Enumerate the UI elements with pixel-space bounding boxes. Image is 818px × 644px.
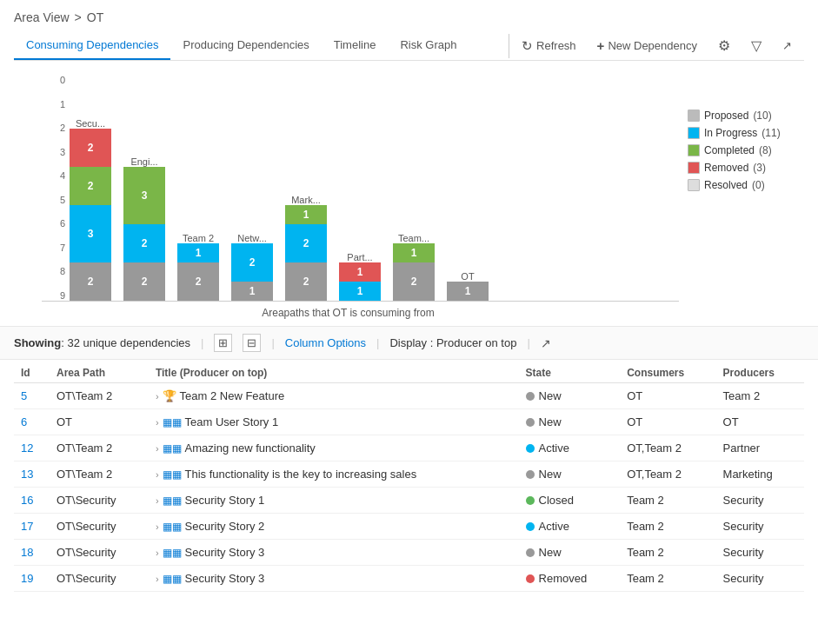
- bar-x-label: Engi...: [130, 156, 157, 167]
- cell-id: 17: [14, 514, 50, 540]
- state-text: Removed: [539, 572, 588, 585]
- refresh-label: Refresh: [536, 39, 576, 52]
- table-header-row: Id Area Path Title (Producer on top) Sta…: [14, 360, 804, 383]
- story-icon: ▦▦: [163, 573, 182, 585]
- cell-producers: Security: [716, 514, 804, 540]
- state-text: Active: [539, 442, 569, 455]
- bar-segment: 2: [177, 262, 219, 301]
- id-link[interactable]: 19: [21, 572, 33, 585]
- breadcrumb-parent[interactable]: Area View: [14, 10, 70, 24]
- bar-group[interactable]: 221Mark...: [283, 191, 329, 301]
- filter-icon[interactable]: ▽: [746, 34, 767, 57]
- settings-icon[interactable]: ⚙: [713, 34, 735, 57]
- cell-area-path: OT\Security: [50, 540, 149, 566]
- chart-area: 9 8 7 6 5 4 3 2 1 0 2322Secu...223Engi..…: [17, 75, 679, 319]
- story-icon: ▦▦: [163, 495, 182, 507]
- expand-chevron[interactable]: ›: [156, 548, 159, 558]
- expand-chevron[interactable]: ›: [156, 443, 159, 454]
- nav-actions: ↻ Refresh + New Dependency ⚙ ▽ ↗: [516, 34, 804, 57]
- expand-chevron[interactable]: ›: [156, 495, 159, 506]
- nav-bar: Consuming Dependencies Producing Depende…: [14, 31, 804, 61]
- cell-producers: Partner: [716, 435, 804, 461]
- story-icon: ▦▦: [163, 547, 182, 559]
- bar-group[interactable]: 11Part...: [337, 249, 382, 301]
- bar-segment: 1: [285, 205, 327, 224]
- trophy-icon: 🏆: [163, 389, 176, 402]
- state-dot: [526, 496, 535, 505]
- expand-icon[interactable]: ↗: [777, 36, 797, 56]
- expand-rows-button[interactable]: ⊞: [214, 334, 232, 352]
- bar-group[interactable]: 2322Secu...: [68, 115, 113, 301]
- cell-consumers: Team 2: [620, 488, 715, 514]
- tab-timeline[interactable]: Timeline: [322, 31, 389, 60]
- refresh-button[interactable]: ↻ Refresh: [516, 35, 582, 57]
- cell-state: New: [519, 461, 621, 488]
- bar-group[interactable]: 1OT: [445, 268, 490, 301]
- expand-chevron[interactable]: ›: [156, 574, 159, 584]
- fullscreen-icon[interactable]: ↗: [541, 336, 551, 350]
- bar-group[interactable]: 21Team...: [391, 229, 436, 301]
- title-text: Security Story 1: [185, 494, 265, 507]
- divider-3: |: [376, 336, 379, 349]
- chart-legend: Proposed (10)In Progress (11)Completed (…: [679, 75, 801, 319]
- cell-area-path: OT\Security: [50, 566, 149, 592]
- legend-swatch: [688, 144, 700, 156]
- chart-container: 9 8 7 6 5 4 3 2 1 0 2322Secu...223Engi..…: [43, 75, 679, 301]
- y-label-4: 4: [43, 170, 65, 181]
- cell-state: New: [519, 540, 621, 566]
- table-body: 5 OT\Team 2 › 🏆 Team 2 New Feature New O…: [14, 383, 804, 592]
- divider-1: |: [201, 336, 203, 349]
- cell-title: › ▦▦ Amazing new functionality: [149, 435, 519, 461]
- id-link[interactable]: 13: [21, 468, 33, 481]
- state-text: Active: [539, 520, 569, 533]
- cell-consumers: OT,Team 2: [620, 435, 715, 461]
- title-text: This functionality is the key to increas…: [185, 468, 417, 481]
- id-link[interactable]: 18: [21, 546, 33, 559]
- divider-2: |: [271, 336, 274, 349]
- id-link[interactable]: 5: [21, 389, 27, 402]
- bar-group[interactable]: 223Engi...: [122, 153, 167, 301]
- column-options-button[interactable]: Column Options: [285, 336, 366, 349]
- bar-x-label: Team 2: [183, 233, 214, 243]
- legend-item: In Progress (11): [688, 127, 801, 139]
- cell-id: 13: [14, 461, 50, 488]
- state-dot: [526, 548, 535, 557]
- expand-chevron[interactable]: ›: [156, 391, 159, 402]
- cell-id: 18: [14, 540, 50, 566]
- legend-label: Completed: [704, 144, 755, 156]
- state-text: New: [539, 546, 562, 559]
- bar-group[interactable]: 12Netw...: [229, 229, 275, 301]
- id-link[interactable]: 6: [21, 415, 27, 428]
- tab-risk[interactable]: Risk Graph: [388, 31, 469, 60]
- legend-count: (11): [761, 127, 780, 139]
- cell-producers: Security: [716, 488, 804, 514]
- cell-title: › ▦▦ Security Story 3: [149, 566, 519, 592]
- tab-producing[interactable]: Producing Dependencies: [170, 31, 321, 60]
- new-dependency-button[interactable]: + New Dependency: [592, 35, 702, 56]
- bar-segment: 2: [70, 129, 111, 167]
- expand-chevron[interactable]: ›: [156, 417, 159, 428]
- bar-segment: 1: [339, 262, 381, 282]
- cell-consumers: Team 2: [620, 540, 715, 566]
- id-link[interactable]: 16: [21, 494, 33, 507]
- cell-producers: Team 2: [716, 383, 804, 409]
- legend-swatch: [688, 127, 700, 139]
- id-link[interactable]: 12: [21, 442, 33, 455]
- breadcrumb: Area View > OT: [14, 10, 804, 24]
- cell-state: Active: [519, 514, 621, 540]
- cell-area-path: OT\Team 2: [50, 383, 149, 409]
- cell-id: 16: [14, 488, 50, 514]
- collapse-rows-button[interactable]: ⊟: [243, 334, 261, 352]
- legend-count: (0): [752, 179, 765, 191]
- col-header-producers: Producers: [716, 360, 804, 383]
- new-dependency-label: New Dependency: [608, 39, 697, 52]
- expand-chevron[interactable]: ›: [156, 521, 159, 532]
- state-dot: [526, 444, 535, 453]
- table-row: 12 OT\Team 2 › ▦▦ Amazing new functional…: [14, 435, 804, 461]
- bar-segment: 3: [70, 205, 111, 262]
- id-link[interactable]: 17: [21, 520, 33, 533]
- tab-consuming[interactable]: Consuming Dependencies: [14, 31, 170, 60]
- expand-chevron[interactable]: ›: [156, 469, 159, 480]
- bar-group[interactable]: 21Team 2: [176, 229, 221, 301]
- title-text: Security Story 2: [185, 520, 265, 533]
